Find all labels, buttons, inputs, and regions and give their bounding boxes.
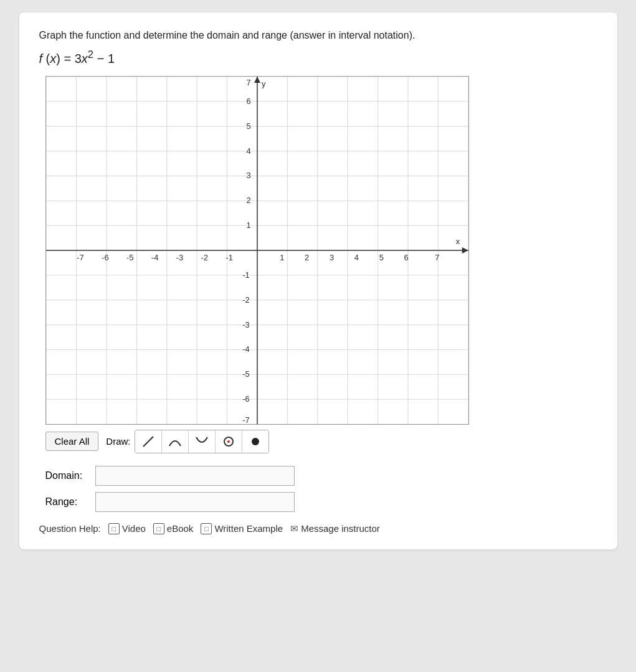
domain-input[interactable] — [95, 466, 295, 486]
svg-text:-5: -5 — [242, 369, 250, 379]
svg-text:6: 6 — [246, 96, 250, 105]
question-help-prefix: Question Help: — [39, 523, 101, 534]
svg-text:1: 1 — [280, 253, 284, 262]
graph-container[interactable]: .grid { stroke: #c8c8c8; stroke-width: 0… — [45, 76, 469, 425]
svg-text:-4: -4 — [242, 344, 250, 354]
main-card: Graph the function and determine the dom… — [19, 12, 617, 549]
draw-tool-line[interactable] — [135, 430, 162, 453]
svg-text:5: 5 — [246, 121, 250, 130]
mail-icon: ✉ — [290, 523, 298, 534]
message-instructor-label: Message instructor — [301, 523, 380, 534]
written-example-link[interactable]: □ Written Example — [201, 523, 283, 534]
svg-text:3: 3 — [329, 253, 333, 262]
svg-marker-33 — [254, 77, 260, 83]
svg-text:2: 2 — [246, 196, 250, 205]
svg-marker-32 — [462, 247, 468, 253]
svg-text:-1: -1 — [225, 253, 233, 262]
video-label: Video — [122, 523, 146, 534]
svg-text:-7: -7 — [77, 253, 84, 262]
svg-point-64 — [227, 440, 230, 443]
draw-tool-arch[interactable] — [162, 430, 189, 453]
svg-text:-1: -1 — [242, 270, 250, 279]
video-link[interactable]: □ Video — [108, 523, 146, 534]
draw-tools — [135, 430, 269, 453]
ebook-link[interactable]: □ eBook — [153, 523, 194, 534]
graph-area: .grid { stroke: #c8c8c8; stroke-width: 0… — [39, 76, 597, 453]
svg-text:-7: -7 — [242, 415, 250, 424]
x-axis-label: x — [455, 237, 460, 246]
svg-text:2: 2 — [305, 253, 309, 262]
svg-text:-4: -4 — [151, 253, 158, 262]
coordinate-graph[interactable]: .grid { stroke: #c8c8c8; stroke-width: 0… — [46, 77, 468, 424]
draw-label: Draw: — [106, 436, 130, 447]
svg-text:-6: -6 — [102, 253, 109, 262]
controls-row: Clear All Draw: — [45, 430, 269, 453]
svg-text:3: 3 — [246, 171, 250, 180]
range-input[interactable] — [95, 492, 295, 512]
svg-line-62 — [143, 437, 153, 447]
svg-text:-3: -3 — [176, 253, 183, 262]
svg-text:-5: -5 — [126, 253, 133, 262]
svg-text:-6: -6 — [242, 394, 250, 404]
written-example-label: Written Example — [214, 523, 283, 534]
domain-row: Domain: — [45, 466, 597, 486]
svg-text:-3: -3 — [242, 319, 250, 329]
range-label: Range: — [45, 496, 95, 508]
function-display: f (x) = 3x2 − 1 — [39, 49, 597, 66]
message-instructor-link[interactable]: ✉ Message instructor — [290, 523, 380, 534]
problem-instruction: Graph the function and determine the dom… — [39, 30, 597, 41]
svg-text:1: 1 — [246, 220, 250, 230]
clear-all-button[interactable]: Clear All — [45, 432, 99, 451]
written-example-icon: □ — [201, 523, 212, 534]
video-icon: □ — [108, 523, 120, 534]
draw-tool-valley[interactable] — [189, 430, 216, 453]
svg-text:7: 7 — [246, 78, 250, 87]
question-help: Question Help: □ Video □ eBook □ Written… — [39, 523, 597, 534]
svg-text:7: 7 — [435, 253, 439, 262]
svg-text:5: 5 — [379, 253, 383, 262]
svg-point-65 — [252, 438, 259, 445]
svg-text:4: 4 — [246, 146, 250, 155]
draw-tool-circle[interactable] — [216, 430, 242, 453]
svg-text:6: 6 — [404, 253, 408, 262]
draw-tool-dot[interactable] — [242, 430, 268, 453]
ebook-label: eBook — [167, 523, 194, 534]
ebook-icon: □ — [153, 523, 164, 534]
svg-text:-2: -2 — [201, 253, 208, 262]
y-axis-label: y — [261, 79, 265, 88]
svg-text:-2: -2 — [242, 295, 250, 304]
inputs-section: Domain: Range: — [45, 466, 597, 512]
domain-label: Domain: — [45, 470, 95, 481]
svg-text:4: 4 — [354, 253, 358, 262]
range-row: Range: — [45, 492, 597, 512]
